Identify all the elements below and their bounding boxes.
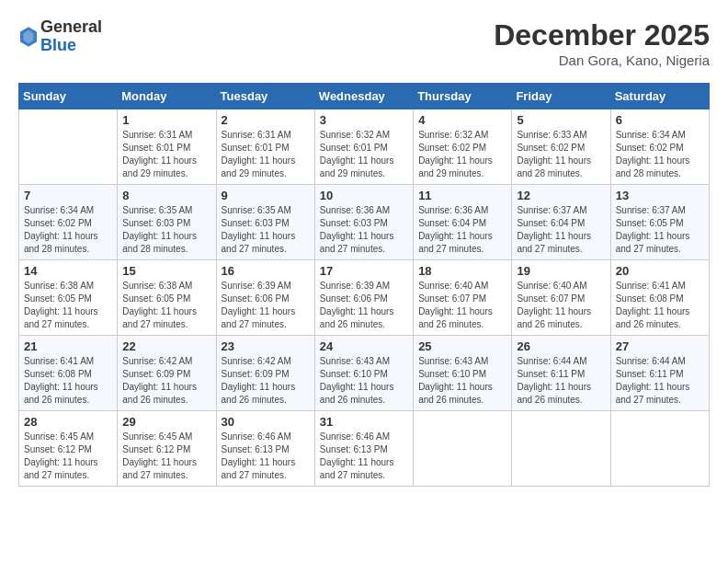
calendar-cell: 20Sunrise: 6:41 AM Sunset: 6:08 PM Dayli… (610, 260, 709, 336)
calendar-cell: 23Sunrise: 6:42 AM Sunset: 6:09 PM Dayli… (216, 336, 314, 411)
day-number: 15 (122, 264, 210, 278)
day-info: Sunrise: 6:37 AM Sunset: 6:05 PM Dayligh… (616, 204, 704, 256)
day-info: Sunrise: 6:39 AM Sunset: 6:06 PM Dayligh… (320, 280, 408, 331)
day-info: Sunrise: 6:46 AM Sunset: 6:13 PM Dayligh… (222, 431, 310, 482)
calendar-cell: 29Sunrise: 6:45 AM Sunset: 6:12 PM Dayli… (118, 411, 216, 487)
day-info: Sunrise: 6:45 AM Sunset: 6:12 PM Dayligh… (122, 431, 210, 482)
day-number: 6 (616, 113, 704, 127)
calendar-cell: 17Sunrise: 6:39 AM Sunset: 6:06 PM Dayli… (314, 260, 413, 336)
day-info: Sunrise: 6:45 AM Sunset: 6:12 PM Dayligh… (24, 431, 112, 482)
day-number: 14 (24, 264, 112, 278)
day-info: Sunrise: 6:44 AM Sunset: 6:11 PM Dayligh… (517, 355, 605, 407)
calendar-cell (414, 411, 512, 487)
day-number: 9 (222, 189, 310, 202)
day-number: 28 (24, 415, 112, 429)
day-info: Sunrise: 6:43 AM Sunset: 6:10 PM Dayligh… (320, 355, 408, 407)
day-info: Sunrise: 6:36 AM Sunset: 6:04 PM Dayligh… (418, 204, 506, 256)
month-title: December 2025 (494, 18, 710, 52)
calendar-cell: 16Sunrise: 6:39 AM Sunset: 6:06 PM Dayli… (216, 260, 314, 336)
day-number: 26 (517, 339, 605, 353)
day-number: 13 (616, 189, 704, 202)
day-info: Sunrise: 6:35 AM Sunset: 6:03 PM Dayligh… (222, 204, 310, 256)
calendar-cell: 14Sunrise: 6:38 AM Sunset: 6:05 PM Dayli… (19, 260, 118, 336)
day-number: 23 (222, 339, 310, 353)
calendar-cell: 2Sunrise: 6:31 AM Sunset: 6:01 PM Daylig… (216, 109, 314, 185)
day-number: 11 (418, 189, 506, 202)
day-info: Sunrise: 6:42 AM Sunset: 6:09 PM Dayligh… (222, 355, 310, 407)
day-number: 30 (222, 415, 310, 429)
day-number: 7 (24, 189, 112, 202)
calendar-cell: 31Sunrise: 6:46 AM Sunset: 6:13 PM Dayli… (314, 411, 413, 487)
day-info: Sunrise: 6:32 AM Sunset: 6:02 PM Dayligh… (418, 129, 506, 180)
calendar-header-tuesday: Tuesday (216, 84, 314, 109)
day-info: Sunrise: 6:31 AM Sunset: 6:01 PM Dayligh… (122, 129, 210, 180)
calendar-table: SundayMondayTuesdayWednesdayThursdayFrid… (18, 83, 710, 487)
day-number: 25 (418, 339, 506, 353)
day-info: Sunrise: 6:46 AM Sunset: 6:13 PM Dayligh… (320, 431, 408, 482)
calendar-cell: 18Sunrise: 6:40 AM Sunset: 6:07 PM Dayli… (414, 260, 512, 336)
day-number: 8 (122, 189, 210, 202)
calendar-cell (19, 109, 118, 185)
calendar-cell: 24Sunrise: 6:43 AM Sunset: 6:10 PM Dayli… (314, 336, 413, 411)
calendar-cell: 21Sunrise: 6:41 AM Sunset: 6:08 PM Dayli… (19, 336, 118, 411)
day-number: 19 (517, 264, 605, 278)
day-info: Sunrise: 6:38 AM Sunset: 6:05 PM Dayligh… (24, 280, 112, 331)
calendar-cell: 30Sunrise: 6:46 AM Sunset: 6:13 PM Dayli… (216, 411, 314, 487)
day-number: 2 (222, 113, 310, 127)
day-info: Sunrise: 6:36 AM Sunset: 6:03 PM Dayligh… (320, 204, 408, 256)
calendar-cell: 22Sunrise: 6:42 AM Sunset: 6:09 PM Dayli… (118, 336, 216, 411)
day-info: Sunrise: 6:41 AM Sunset: 6:08 PM Dayligh… (616, 280, 704, 331)
day-info: Sunrise: 6:39 AM Sunset: 6:06 PM Dayligh… (222, 280, 310, 331)
day-number: 29 (122, 415, 210, 429)
calendar-cell: 1Sunrise: 6:31 AM Sunset: 6:01 PM Daylig… (118, 109, 216, 185)
day-number: 27 (616, 339, 704, 353)
day-number: 1 (122, 113, 210, 127)
day-number: 22 (122, 339, 210, 353)
day-info: Sunrise: 6:33 AM Sunset: 6:02 PM Dayligh… (517, 129, 605, 180)
calendar-cell: 26Sunrise: 6:44 AM Sunset: 6:11 PM Dayli… (512, 336, 610, 411)
calendar-cell: 28Sunrise: 6:45 AM Sunset: 6:12 PM Dayli… (19, 411, 118, 487)
calendar-cell (610, 411, 709, 487)
day-info: Sunrise: 6:32 AM Sunset: 6:01 PM Dayligh… (320, 129, 408, 180)
calendar-header-friday: Friday (512, 84, 610, 109)
day-number: 21 (24, 339, 112, 353)
calendar-cell: 6Sunrise: 6:34 AM Sunset: 6:02 PM Daylig… (610, 109, 709, 185)
title-block: December 2025 Dan Gora, Kano, Nigeria (494, 18, 710, 68)
day-number: 3 (320, 113, 408, 127)
day-number: 4 (418, 113, 506, 127)
calendar-cell: 15Sunrise: 6:38 AM Sunset: 6:05 PM Dayli… (118, 260, 216, 336)
day-info: Sunrise: 6:41 AM Sunset: 6:08 PM Dayligh… (24, 355, 112, 407)
day-info: Sunrise: 6:34 AM Sunset: 6:02 PM Dayligh… (616, 129, 704, 180)
day-number: 17 (320, 264, 408, 278)
day-number: 5 (517, 113, 605, 127)
day-info: Sunrise: 6:42 AM Sunset: 6:09 PM Dayligh… (122, 355, 210, 407)
day-info: Sunrise: 6:40 AM Sunset: 6:07 PM Dayligh… (418, 280, 506, 331)
calendar-cell: 13Sunrise: 6:37 AM Sunset: 6:05 PM Dayli… (610, 185, 709, 260)
day-info: Sunrise: 6:35 AM Sunset: 6:03 PM Dayligh… (122, 204, 210, 256)
logo: General Blue (18, 18, 102, 55)
calendar-cell: 19Sunrise: 6:40 AM Sunset: 6:07 PM Dayli… (512, 260, 610, 336)
calendar-cell: 27Sunrise: 6:44 AM Sunset: 6:11 PM Dayli… (610, 336, 709, 411)
calendar-header-saturday: Saturday (610, 84, 709, 109)
calendar-cell: 12Sunrise: 6:37 AM Sunset: 6:04 PM Dayli… (512, 185, 610, 260)
calendar-cell: 5Sunrise: 6:33 AM Sunset: 6:02 PM Daylig… (512, 109, 610, 185)
calendar-cell (512, 411, 610, 487)
calendar-week-row-3: 21Sunrise: 6:41 AM Sunset: 6:08 PM Dayli… (19, 336, 710, 411)
day-number: 31 (320, 415, 408, 429)
calendar-cell: 7Sunrise: 6:34 AM Sunset: 6:02 PM Daylig… (19, 185, 118, 260)
calendar-cell: 4Sunrise: 6:32 AM Sunset: 6:02 PM Daylig… (414, 109, 512, 185)
calendar-header-thursday: Thursday (414, 84, 512, 109)
calendar-header-sunday: Sunday (19, 84, 118, 109)
day-number: 24 (320, 339, 408, 353)
location-text: Dan Gora, Kano, Nigeria (494, 52, 710, 68)
calendar-week-row-2: 14Sunrise: 6:38 AM Sunset: 6:05 PM Dayli… (19, 260, 710, 336)
day-number: 10 (320, 189, 408, 202)
calendar-week-row-4: 28Sunrise: 6:45 AM Sunset: 6:12 PM Dayli… (19, 411, 710, 487)
day-info: Sunrise: 6:44 AM Sunset: 6:11 PM Dayligh… (616, 355, 704, 407)
day-info: Sunrise: 6:40 AM Sunset: 6:07 PM Dayligh… (517, 280, 605, 331)
day-info: Sunrise: 6:31 AM Sunset: 6:01 PM Dayligh… (222, 129, 310, 180)
calendar-cell: 8Sunrise: 6:35 AM Sunset: 6:03 PM Daylig… (118, 185, 216, 260)
calendar-cell: 10Sunrise: 6:36 AM Sunset: 6:03 PM Dayli… (314, 185, 413, 260)
day-number: 18 (418, 264, 506, 278)
calendar-cell: 25Sunrise: 6:43 AM Sunset: 6:10 PM Dayli… (414, 336, 512, 411)
